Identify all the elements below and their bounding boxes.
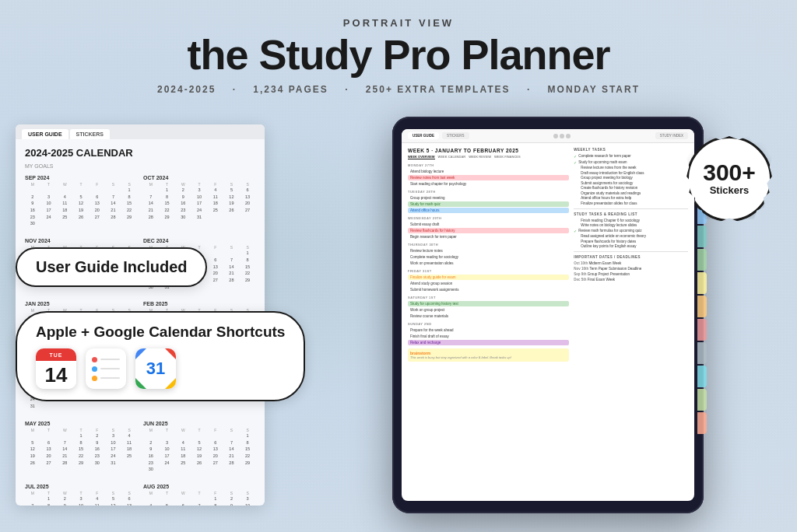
calendar-day: 23 xyxy=(143,460,159,467)
divider-2 xyxy=(574,251,688,252)
week-nav-calendar[interactable]: WEEK CALENDAR xyxy=(438,155,466,159)
calendar-day: 13 xyxy=(41,446,57,453)
day-header: S xyxy=(121,182,137,187)
weekly-task: Submit assignments for sociology xyxy=(574,181,688,185)
tab-strip-8[interactable] xyxy=(697,342,707,364)
day-header: T xyxy=(160,491,175,495)
weekly-tasks-title: WEEKLY TASKS xyxy=(574,148,688,152)
calendar-day: 28 xyxy=(106,215,121,221)
view-label: PORTRAIT VIEW xyxy=(0,17,797,29)
day-header: W xyxy=(57,491,72,495)
weekly-task: ✓Complete research for term paper xyxy=(574,154,688,159)
dot2: · xyxy=(345,84,353,95)
calendar-day: 10 xyxy=(191,194,207,201)
calendar-day: 21 xyxy=(143,208,159,214)
calendar-month: SEP 2024MTWTFSS1234567891011121314151617… xyxy=(25,175,137,227)
tab-strip-4[interactable] xyxy=(697,249,707,271)
day-header: M xyxy=(25,491,40,495)
day-header: S xyxy=(224,491,240,495)
sticker-label: Stickers xyxy=(710,184,750,197)
task-item: Attend office hours xyxy=(408,208,569,213)
calendar-day: 9 xyxy=(90,440,105,446)
weekly-task: Finalize presentation slides for class xyxy=(574,201,688,205)
tab-strip-7[interactable] xyxy=(697,319,707,341)
calendar-day: 5 xyxy=(73,194,89,201)
day-header: T xyxy=(160,428,175,432)
calendar-day: 3 xyxy=(73,496,89,502)
task-item: Work on presentation slides xyxy=(408,261,569,266)
calendar-day: 1 xyxy=(208,496,223,502)
calendar-day: 5 xyxy=(224,187,240,194)
task-item: Attend biology lecture xyxy=(408,169,569,174)
calendar-day: 29 xyxy=(121,215,137,221)
calendar-day: 8 xyxy=(121,194,137,201)
gcal-number: 31 xyxy=(146,359,165,379)
calendar-day: 1 xyxy=(41,496,57,502)
empty-day xyxy=(143,496,159,502)
calendar-day: 3 xyxy=(191,187,207,194)
week-nav-overview[interactable]: WEEK OVERVIEW xyxy=(408,155,435,159)
calendar-day: 4 xyxy=(208,187,223,194)
day-header: M xyxy=(143,182,159,187)
screen-tab-stickers[interactable]: STICKERS xyxy=(442,132,469,139)
days-header: MTWTFSS xyxy=(143,428,255,432)
tablet-frame: USER GUIDE STICKERS STUDY INDEX WEEK 5 ·… xyxy=(392,117,704,513)
calendar-day: 8 xyxy=(73,440,89,446)
sticker-count: 300+ xyxy=(703,161,756,184)
calendar-day: 1 xyxy=(240,250,255,257)
calendar-day: 21 xyxy=(106,208,121,214)
screen-tab-userguide[interactable]: USER GUIDE xyxy=(408,132,439,139)
divider-1 xyxy=(574,208,688,209)
day-label: TUESDAY 28TH xyxy=(408,190,569,194)
month-name: JAN 2025 xyxy=(25,301,137,306)
weekly-task: Organize study materials and readings xyxy=(574,191,688,195)
week-nav-review[interactable]: WEEK REVIEW xyxy=(469,155,491,159)
calendar-day: 26 xyxy=(25,460,40,467)
day-header: S xyxy=(224,245,240,250)
day-header: S xyxy=(224,182,240,187)
calendar-day: 10 xyxy=(73,503,89,506)
tab-strip-5[interactable] xyxy=(697,272,707,294)
calendar-day: 17 xyxy=(191,201,207,207)
day-header: S xyxy=(240,182,255,187)
calendar-day: 2 xyxy=(175,187,191,194)
calendar-month: MAY 2025MTWTFSS1234567891011121314151617… xyxy=(25,421,137,473)
study-tasks-container: Finish reading Chapter 6 for sociologyWr… xyxy=(574,219,688,249)
day-header: T xyxy=(73,428,89,432)
week-nav-finances[interactable]: WEEK FINANCES xyxy=(494,155,521,159)
day-section: FRIDAY 31STFinalize study guide for exam… xyxy=(408,269,569,292)
calendar-day: 4 xyxy=(90,496,105,502)
calendar-day: 25 xyxy=(208,208,223,214)
screen-tab-studyindex[interactable]: STUDY INDEX xyxy=(655,132,688,139)
calendar-day: 29 xyxy=(240,460,255,467)
calendar-day: 8 xyxy=(208,503,223,506)
empty-day xyxy=(175,496,191,502)
calendar-title: 2024-2025 CALENDAR xyxy=(25,147,255,159)
task-text: Study for upcoming math exam xyxy=(578,160,627,164)
user-guide-tab[interactable]: USER GUIDE xyxy=(22,129,68,139)
empty-day xyxy=(208,433,223,439)
important-date-item: Sep 9th Group Project Presentation xyxy=(574,272,688,276)
weekly-tasks-container: ✓Complete research for term paper✓Study … xyxy=(574,154,688,205)
tab-strip-11[interactable] xyxy=(697,412,707,434)
tab-strip-6[interactable] xyxy=(697,296,707,317)
month-name: NOV 2024 xyxy=(25,238,137,243)
tab-strip-10[interactable] xyxy=(697,389,707,411)
day-header: T xyxy=(41,428,57,432)
day-header: W xyxy=(175,491,191,495)
day-section: SUNDAY 2NDPrepare for the week aheadFini… xyxy=(408,322,569,345)
calendar-day: 3 xyxy=(160,440,175,446)
calendar-day: 22 xyxy=(240,453,255,460)
tab-strip-3[interactable] xyxy=(697,226,707,247)
calendar-day: 7 xyxy=(106,194,121,201)
tab-strip-9[interactable] xyxy=(697,366,707,387)
calendar-day: 16 xyxy=(25,208,40,214)
day-number: 14 xyxy=(36,361,76,389)
stickers-tab[interactable]: STICKERS xyxy=(70,129,110,139)
day-section: WEDNESDAY 29THSubmit essay draftReview f… xyxy=(408,216,569,240)
calendar-day: 20 xyxy=(90,208,105,214)
calendar-day: 2 xyxy=(25,194,40,201)
reminder-dot-red xyxy=(92,357,97,362)
calendar-day: 9 xyxy=(175,194,191,201)
calendar-day: 7 xyxy=(57,440,72,446)
